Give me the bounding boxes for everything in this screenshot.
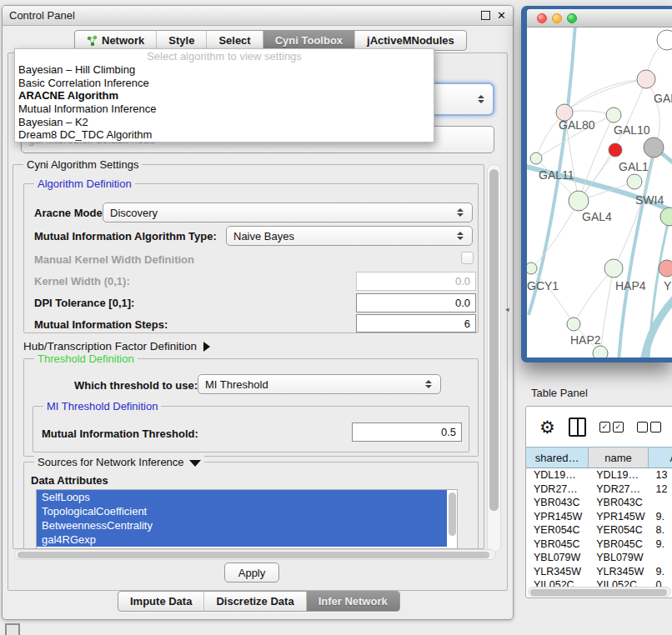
- network-edge[interactable]: [531, 201, 579, 268]
- settings-vertical-scrollbar[interactable]: [487, 164, 501, 552]
- hub-definition-toggle[interactable]: Hub/Transcription Factor Definition: [23, 340, 210, 352]
- bottom-tab-impute-data[interactable]: Impute Data: [118, 592, 204, 611]
- data-attribute-item[interactable]: BetweennessCentrality: [37, 518, 447, 532]
- table-row[interactable]: YBR043CYBR043C: [526, 496, 672, 510]
- zoom-window-button[interactable]: [567, 13, 577, 23]
- panel-splitter-handle[interactable]: ◂: [505, 305, 509, 313]
- which-threshold-combo[interactable]: MI Threshold: [198, 374, 441, 394]
- close-window-button[interactable]: [537, 13, 547, 23]
- data-attribute-item[interactable]: gal4RGexp: [37, 532, 447, 547]
- column-header-a[interactable]: A: [649, 448, 672, 468]
- tab-jactivemnodules[interactable]: jActiveMNodules: [355, 31, 466, 50]
- network-node-gal4[interactable]: [569, 191, 589, 211]
- scrollbar-thumb[interactable]: [489, 169, 499, 511]
- tab-style[interactable]: Style: [157, 31, 207, 50]
- network-node-swi4[interactable]: [660, 208, 672, 226]
- mi-type-value: Naive Bayes: [233, 230, 294, 242]
- network-edge[interactable]: [574, 268, 614, 324]
- tab-select[interactable]: Select: [207, 31, 263, 50]
- mi-type-combo[interactable]: Naive Bayes: [226, 226, 473, 246]
- network-node-hap4[interactable]: [604, 259, 623, 278]
- network-node-gal[interactable]: [637, 70, 655, 88]
- node-label: GCY1: [527, 279, 559, 292]
- manual-kernel-label: Manual Kernel Width Definition: [34, 253, 194, 266]
- float-window-icon[interactable]: [481, 11, 490, 20]
- split-columns-icon[interactable]: [569, 418, 586, 437]
- column-header-shared[interactable]: shared…: [526, 448, 589, 468]
- table-cell: 9.: [649, 538, 672, 552]
- node-label: Y: [664, 279, 672, 292]
- unchecked-boxes-icon[interactable]: [637, 422, 661, 432]
- algorithm-option[interactable]: Basic Correlation Inference: [15, 77, 434, 90]
- network-edge[interactable]: [564, 79, 646, 112]
- algorithm-option[interactable]: Bayesian – K2: [15, 116, 434, 129]
- gear-icon[interactable]: ⚙: [539, 418, 555, 436]
- aracne-mode-combo[interactable]: Discovery: [103, 202, 473, 222]
- tab-label: Cyni Toolbox: [275, 34, 343, 47]
- network-icon: [87, 35, 98, 46]
- data-attribute-item[interactable]: SelfLoops: [37, 490, 447, 504]
- algorithm-option[interactable]: Bayesian – Hill Climbing: [15, 63, 434, 77]
- bottom-tab-discretize-data[interactable]: Discretize Data: [204, 592, 306, 611]
- settings-horizontal-scrollbar[interactable]: [14, 549, 496, 560]
- aracne-mode-value: Discovery: [110, 207, 158, 219]
- collapsed-panel-icon[interactable]: [5, 623, 20, 635]
- sources-group-title[interactable]: Sources for Network Inference: [34, 456, 204, 468]
- algorithm-option[interactable]: ARACNE Algorithm: [15, 89, 434, 102]
- algorithm-option[interactable]: Dream8 DC_TDC Algorithm: [15, 128, 434, 142]
- table-cell: YPR145W: [589, 510, 648, 524]
- network-node-gal10[interactable]: [606, 108, 621, 122]
- table-row[interactable]: YBL079WYBL079W: [526, 551, 672, 565]
- column-header-name[interactable]: name: [589, 448, 648, 468]
- table-cell: YBL079W: [526, 551, 589, 565]
- table-row[interactable]: YPR145WYPR145W9.: [526, 510, 672, 524]
- manual-kernel-checkbox[interactable]: [461, 252, 474, 264]
- table-cell: 8.: [649, 523, 672, 538]
- network-node-gcy1[interactable]: [527, 262, 537, 274]
- table-row[interactable]: YER054CYER054C8.: [526, 523, 672, 538]
- threshold-definition-title: Threshold Definition: [34, 352, 138, 365]
- minimize-window-button[interactable]: [552, 13, 562, 23]
- network-node[interactable]: [593, 346, 608, 358]
- table-cell: YLR345W: [526, 565, 589, 579]
- node-label: GAL: [654, 92, 672, 105]
- checked-boxes-icon[interactable]: ✓✓: [599, 422, 624, 432]
- network-node-hap2[interactable]: [567, 318, 580, 331]
- tab-cyni-toolbox[interactable]: Cyni Toolbox: [263, 31, 355, 50]
- table-row[interactable]: YDL19…YDL19…13: [526, 468, 672, 482]
- data-attributes-list[interactable]: SelfLoopsTopologicalCoefficientBetweenne…: [36, 489, 458, 549]
- bottom-tab-infer-network[interactable]: Infer Network: [307, 592, 399, 611]
- network-node[interactable]: [644, 138, 664, 158]
- network-node[interactable]: [609, 143, 622, 157]
- table-horizontal-scrollbar[interactable]: [528, 587, 671, 597]
- scrollbar-thumb[interactable]: [18, 552, 489, 558]
- network-canvas[interactable]: GALGAL80GAL10GAL1GAL11GAL4SWI4GCY1HAP4YH…: [527, 28, 672, 358]
- sources-title-text: Sources for Network Inference: [38, 456, 184, 468]
- mi-threshold-field[interactable]: 0.5: [352, 422, 462, 442]
- scrollbar-thumb[interactable]: [530, 589, 667, 596]
- expand-arrow-icon: [203, 342, 210, 352]
- algorithm-option[interactable]: Mutual Information Inference: [15, 102, 434, 116]
- kernel-width-field[interactable]: 0.0: [356, 272, 476, 291]
- tab-network[interactable]: Network: [75, 31, 157, 50]
- table-row[interactable]: YDR27…YDR27…12: [526, 482, 672, 497]
- table-row[interactable]: YBR045CYBR045C9.: [526, 538, 672, 552]
- mi-threshold-value: 0.5: [441, 426, 456, 438]
- list-scrollbar-thumb[interactable]: [449, 492, 456, 536]
- table-row[interactable]: YIL052CYIL052C0.: [526, 578, 672, 587]
- network-node-gal1[interactable]: [627, 174, 642, 189]
- table-toolbar: ⚙✓✓: [526, 407, 672, 447]
- apply-button[interactable]: Apply: [224, 562, 279, 582]
- network-node-gal11[interactable]: [530, 152, 542, 164]
- dpi-tolerance-field[interactable]: 0.0: [356, 293, 476, 312]
- close-panel-icon[interactable]: ✕: [497, 12, 506, 20]
- bottom-tab-label: Discretize Data: [216, 595, 293, 608]
- table-cell: 12: [649, 482, 672, 497]
- table-row[interactable]: YLR345WYLR345W9.: [526, 565, 672, 579]
- network-view-window: GALGAL80GAL10GAL1GAL11GAL4SWI4GCY1HAP4YH…: [521, 6, 672, 362]
- mi-steps-field[interactable]: 6: [356, 314, 476, 332]
- network-node-y[interactable]: [659, 260, 672, 277]
- table-cell: YBR043C: [526, 496, 589, 510]
- data-attribute-item[interactable]: TopologicalCoefficient: [37, 504, 447, 518]
- collapse-arrow-icon: [189, 460, 201, 467]
